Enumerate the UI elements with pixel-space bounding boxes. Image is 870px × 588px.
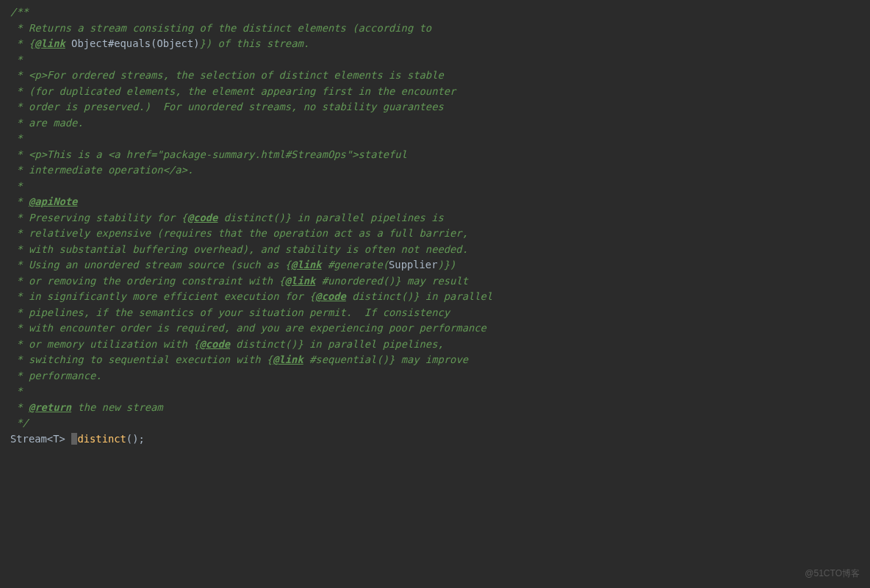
method-declaration: Stream<T> distinct();	[10, 433, 145, 445]
javadoc-line: *	[10, 132, 23, 144]
javadoc-line: * Returns a stream consisting of the dis…	[10, 22, 431, 34]
javadoc-line: * order is preserved.) For unordered str…	[10, 101, 444, 112]
javadoc-line: * Preserving stability for {@code distin…	[10, 212, 444, 223]
html-p-tag: <p>	[29, 69, 47, 81]
javadoc-code-tag: @code	[315, 290, 346, 302]
javadoc-line: * <p>This is a <a href="package-summary.…	[10, 148, 407, 160]
javadoc-line: * {@link Object#equals(Object)}) of this…	[10, 37, 309, 49]
javadoc-line: * with substantial buffering overhead), …	[10, 243, 468, 255]
javadoc-link-tag: @link	[35, 37, 65, 49]
return-type: Stream	[10, 433, 47, 445]
javadoc-return-tag: @return	[29, 401, 71, 413]
javadoc-line: * switching to sequential execution with…	[10, 354, 468, 365]
html-href: package-summary.html#StreamOps	[163, 148, 346, 160]
javadoc-line: * or memory utilization with {@code dist…	[10, 338, 444, 350]
method-name: distinct	[77, 433, 126, 445]
link-target: Object#equals(Object)	[71, 37, 199, 49]
javadoc-line: * with encounter order is required, and …	[10, 322, 486, 334]
javadoc-close: */	[10, 417, 29, 429]
javadoc-line: * relatively expensive (requires that th…	[10, 227, 468, 239]
javadoc-link-tag: @link	[273, 354, 303, 365]
html-a-close: </a>	[163, 164, 187, 176]
javadoc-line: *	[10, 385, 23, 397]
javadoc-line: * are made.	[10, 117, 84, 129]
javadoc-apinote-tag: @apiNote	[29, 196, 77, 207]
javadoc-line: * or removing the ordering constraint wi…	[10, 275, 468, 287]
javadoc-code-tag: @code	[200, 338, 231, 350]
javadoc-line: * in significantly more efficient execut…	[10, 290, 492, 302]
javadoc-line: *	[10, 180, 23, 192]
html-a-open: <a href="	[108, 148, 163, 160]
javadoc-line: *	[10, 54, 23, 65]
javadoc-line: * Using an unordered stream source (such…	[10, 259, 456, 270]
javadoc-line: * (for duplicated elements, the element …	[10, 85, 456, 97]
javadoc-link-tag: @link	[291, 259, 322, 270]
code-block: /** * Returns a stream consisting of the…	[0, 0, 870, 447]
javadoc-link-tag: @link	[285, 275, 316, 287]
link-target: Supplier	[389, 259, 437, 270]
javadoc-line: * <p>For ordered streams, the selection …	[10, 69, 444, 81]
watermark: @51CTO博客	[805, 567, 860, 581]
javadoc-line: * intermediate operation</a>.	[10, 164, 193, 176]
javadoc-line: * @return the new stream	[10, 401, 163, 413]
javadoc-line: * pipelines, if the semantics of your si…	[10, 306, 450, 318]
javadoc-open: /**	[10, 6, 29, 18]
javadoc-line: * performance.	[10, 370, 102, 381]
javadoc-code-tag: @code	[187, 212, 218, 223]
html-p-tag: <p>	[29, 148, 47, 160]
javadoc-line: * @apiNote	[10, 196, 77, 207]
